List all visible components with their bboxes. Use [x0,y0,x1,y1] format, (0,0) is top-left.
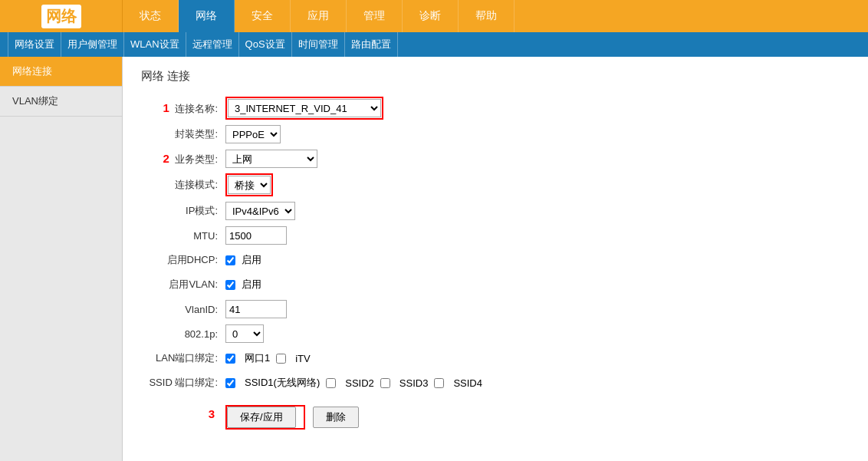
nav-item-status[interactable]: 状态 [123,0,179,32]
ssid3-label: SSID3 [399,377,429,389]
connection-name-select[interactable]: 3_INTERNET_R_VID_41 [228,99,381,117]
row-dot1p: 802.1p: 0 [141,321,482,346]
ssid1-checkbox[interactable] [225,378,235,388]
row-ip-mode: IP模式: IPv4&IPv6 [141,199,482,223]
value-encap-type: PPPoE [225,122,482,147]
row-dhcp: 启用DHCP: 启用 [141,248,482,272]
service-type-select[interactable]: 上网 [225,150,317,168]
value-ssid-bind: SSID1(无线网络) SSID2 SSID3 SSID4 [225,370,482,395]
vlanid-input[interactable] [225,300,287,318]
value-service-type: 上网 [225,147,482,171]
value-vlan: 启用 [225,272,482,297]
encap-type-select[interactable]: PPPoE [225,125,281,143]
subnav-user-manage[interactable]: 用户侧管理 [61,32,124,57]
save-btn-wrapper: 保存/应用 [225,405,305,430]
nav-item-help[interactable]: 帮助 [459,0,515,32]
label-connection-name: 1 连接名称: [141,94,225,122]
nav-item-network[interactable]: 网络 [179,0,235,32]
subnav-route[interactable]: 路由配置 [345,32,398,57]
label-ssid-bind: SSID 端口绑定: [141,370,225,395]
subnav-remote[interactable]: 远程管理 [186,32,239,57]
subnav-wlan[interactable]: WLAN设置 [124,32,186,57]
value-lan-bind: 网口1 iTV [225,346,482,370]
label-mtu: MTU: [141,223,225,248]
page-title: 网络 连接 [141,69,850,84]
button-cell: 保存/应用 删除 [225,395,482,432]
nav-item-apps[interactable]: 应用 [291,0,347,32]
nav-item-diag[interactable]: 诊断 [403,0,459,32]
subnav-network-settings[interactable]: 网络设置 [8,32,61,57]
badge-2: 2 [163,152,169,165]
top-nav: 网络 状态 网络 安全 应用 管理 诊断 帮助 [0,0,868,32]
logo-text: 网络 [41,5,81,28]
main-layout: 网络连接 VLAN绑定 网络 连接 1 连接名称: 3_INTERNET_R_V… [0,57,868,461]
lan-port1-checkbox[interactable] [225,354,235,364]
subnav-qos[interactable]: QoS设置 [239,32,292,57]
row-vlan: 启用VLAN: 启用 [141,272,482,297]
dhcp-text: 启用 [242,254,261,265]
label-ip-mode: IP模式: [141,199,225,223]
nav-item-manage[interactable]: 管理 [347,0,403,32]
vlan-text: 启用 [242,278,261,290]
lan-port1-label: 网口1 [245,351,270,365]
row-mtu: MTU: [141,223,482,248]
value-vlanid [225,297,482,321]
label-vlan: 启用VLAN: [141,272,225,297]
ssid2-label: SSID2 [345,377,374,389]
connection-name-highlight: 3_INTERNET_R_VID_41 [225,97,383,120]
value-conn-mode: 桥接 [225,171,482,199]
button-spacer: 3 [141,395,225,432]
label-lan-bind: LAN端口绑定: [141,346,225,370]
value-dot1p: 0 [225,321,482,346]
ssid3-checkbox[interactable] [380,378,390,388]
lan-itv-label: iTV [295,353,311,364]
conn-mode-highlight: 桥接 [225,173,273,196]
nav-items: 状态 网络 安全 应用 管理 诊断 帮助 [123,0,868,32]
lan-itv-checkbox[interactable] [276,354,286,364]
label-service-type: 2 业务类型: [141,147,225,171]
subnav-time[interactable]: 时间管理 [292,32,345,57]
row-vlanid: VlanID: [141,297,482,321]
mtu-input[interactable] [225,226,287,245]
row-buttons: 3 保存/应用 删除 [141,395,482,432]
sub-nav: 网络设置 用户侧管理 WLAN设置 远程管理 QoS设置 时间管理 路由配置 [0,32,868,57]
label-dot1p: 802.1p: [141,321,225,346]
value-connection-name: 3_INTERNET_R_VID_41 [225,94,482,122]
btn-row: 保存/应用 删除 [225,405,482,430]
form-table: 1 连接名称: 3_INTERNET_R_VID_41 封装类型: PPPoE [141,94,482,432]
lan-port-group: 网口1 iTV [225,351,482,365]
label-conn-mode: 连接模式: [141,171,225,199]
ssid-group: SSID1(无线网络) SSID2 SSID3 SSID4 [225,376,482,390]
delete-button[interactable]: 删除 [313,407,359,428]
label-dhcp: 启用DHCP: [141,248,225,272]
ssid4-checkbox[interactable] [434,378,444,388]
row-connection-name: 1 连接名称: 3_INTERNET_R_VID_41 [141,94,482,122]
row-ssid-bind: SSID 端口绑定: SSID1(无线网络) SSID2 SSID3 SSID4 [141,370,482,395]
logo-area: 网络 [0,0,123,32]
conn-mode-select[interactable]: 桥接 [228,176,271,194]
save-button[interactable]: 保存/应用 [227,407,296,428]
badge-1: 1 [163,101,169,114]
nav-item-security[interactable]: 安全 [235,0,291,32]
sidebar: 网络连接 VLAN绑定 [0,57,123,461]
label-encap-type: 封装类型: [141,122,225,147]
ssid2-checkbox[interactable] [326,378,336,388]
vlan-checkbox[interactable] [225,280,235,290]
ssid4-label: SSID4 [453,377,482,389]
sidebar-item-network-connection[interactable]: 网络连接 [0,57,122,87]
badge-3: 3 [209,407,215,420]
dot1p-select[interactable]: 0 [225,324,264,343]
value-dhcp: 启用 [225,248,482,272]
row-service-type: 2 业务类型: 上网 [141,147,482,171]
row-conn-mode: 连接模式: 桥接 [141,171,482,199]
row-encap-type: 封装类型: PPPoE [141,122,482,147]
sidebar-item-vlan-bind[interactable]: VLAN绑定 [0,87,122,117]
label-vlanid: VlanID: [141,297,225,321]
ip-mode-select[interactable]: IPv4&IPv6 [225,202,295,220]
dhcp-checkbox[interactable] [225,255,235,265]
row-lan-bind: LAN端口绑定: 网口1 iTV [141,346,482,370]
ssid1-label: SSID1(无线网络) [245,376,320,390]
content-area: 网络 连接 1 连接名称: 3_INTERNET_R_VID_41 [123,57,868,461]
value-mtu [225,223,482,248]
value-ip-mode: IPv4&IPv6 [225,199,482,223]
